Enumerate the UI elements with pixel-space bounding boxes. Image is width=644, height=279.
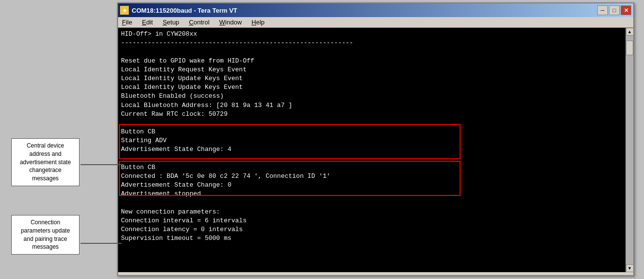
terminal-screen[interactable]: HID-Off> in CYW208xx--------------------… [118,28,625,272]
annotation-connection-params-text: Connection parameters update and pairing… [21,219,70,250]
annotation-central-device-line [80,164,121,165]
app-icon: ★ [120,6,129,15]
terminal-line: Connected : BDA '5c 0e 80 c2 22 74 ', Co… [121,172,623,181]
terminal-line [121,154,623,163]
scrollbar-thumb[interactable] [626,41,633,55]
terminal-line: Connection latency = 0 intervals [121,225,623,234]
menu-file[interactable]: File [120,18,134,26]
minimize-button[interactable]: ─ [597,5,608,15]
terminal-line: Local Identity Update Keys Event [121,83,623,92]
terminal-line: Bluetooth Enabled (success) [121,92,623,101]
maximize-button[interactable]: □ [609,5,620,15]
menu-control[interactable]: Control [187,18,211,26]
annotation-central-device: Central device address and advertisement… [11,138,80,186]
annotation-central-device-text: Central device address and advertisement… [20,142,71,182]
window-title: COM18:115200baud - Tera Term VT [132,7,597,14]
terminal-line: Current Raw RTC clock: 50729 [121,110,623,119]
terminal-line: Local Identity Request Keys Event [121,65,623,74]
scrollbar-track[interactable] [626,36,633,264]
terminal-line: Button CB [121,163,623,172]
menu-bar: File Edit Setup Control Window Help [118,17,633,28]
terminal-line: New connection parameters: [121,208,623,216]
scroll-down-button[interactable]: ▼ [626,264,634,272]
terminal-line [121,47,623,56]
menu-window[interactable]: Window [217,18,243,26]
annotation-connection-params: Connection parameters update and pairing… [11,215,80,255]
terminal-line: Button CB [121,128,623,136]
menu-edit[interactable]: Edit [140,18,155,26]
main-window: ★ COM18:115200baud - Tera Term VT ─ □ ✕ … [117,2,634,276]
title-bar: ★ COM18:115200baud - Tera Term VT ─ □ ✕ [118,3,633,17]
close-button[interactable]: ✕ [621,5,631,15]
terminal-wrapper: HID-Off> in CYW208xx--------------------… [118,28,633,272]
window-controls: ─ □ ✕ [597,5,631,15]
terminal-line: Advertisement stopped [121,190,623,198]
scrollbar: ▲ ▼ [625,28,633,272]
terminal-line: Advertisement State Change: 4 [121,145,623,154]
terminal-line: Advertisement State Change: 0 [121,181,623,190]
terminal-content: HID-Off> in CYW208xx--------------------… [121,30,623,243]
terminal-line [121,199,623,208]
terminal-line: Reset due to GPIO wake from HID-Off [121,57,623,65]
terminal-line: Local Identity Update Keys Event [121,74,623,83]
terminal-line: Connection interval = 6 intervals [121,216,623,225]
annotation-connection-params-line [80,243,121,244]
terminal-line: Starting ADV [121,136,623,145]
terminal-line [121,119,623,128]
terminal-line: HID-Off> in CYW208xx [121,30,623,39]
scroll-up-button[interactable]: ▲ [626,28,634,36]
menu-setup[interactable]: Setup [161,18,181,26]
terminal-line: ----------------------------------------… [121,39,623,47]
menu-help[interactable]: Help [250,18,267,26]
terminal-line: Supervision timeout = 5000 ms [121,234,623,243]
terminal-line: Local Bluetooth Address: [20 81 9a 13 41… [121,101,623,110]
